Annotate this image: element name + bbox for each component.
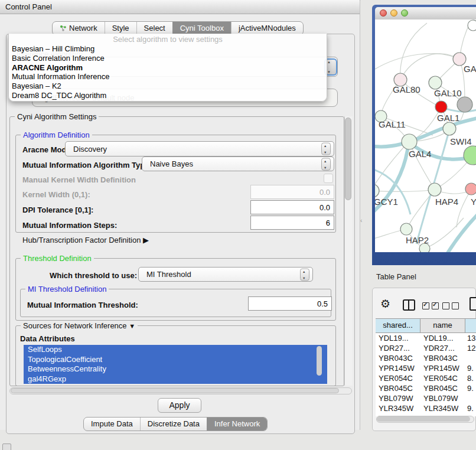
table-body: YDL19...YDL19...13YDR27...YDR27...12YBR0… [376,333,476,416]
settings-vertical-scrollbar-thumb[interactable] [345,118,351,200]
dropdown-item[interactable]: Mutual Information Inference [9,72,327,81]
tab-style[interactable]: Style [105,22,136,35]
attribute-list-item[interactable]: BetweennessCentrality [24,364,327,374]
kernel-width-field[interactable] [250,185,334,199]
settings-horizontal-scrollbar-thumb[interactable] [11,388,339,393]
deselect-all-checkboxes-icon[interactable] [442,302,459,309]
apply-button[interactable]: Apply [158,398,201,413]
network-canvas[interactable]: GALGAL80GAL10GAL1GAL11SWI4GAL4GCY1HAP4YH… [375,19,476,252]
stepper-icon[interactable] [300,268,309,281]
threshold-definition-title: Threshold Definition [21,254,94,263]
tab-impute-data[interactable]: Impute Data [84,418,140,431]
stepper-icon[interactable] [321,143,331,155]
mi-threshold-field[interactable] [248,296,332,311]
tab-jactivemnodules[interactable]: jActiveMNodules [231,22,303,35]
dropdown-item[interactable]: ARACNE Algorithm [9,63,327,73]
table-row[interactable]: YLR345WYLR345W9. [376,403,476,413]
manual-kernel-width-checkbox[interactable] [324,174,333,183]
algorithm-definition-title: Algorithm Definition [21,131,92,139]
node-hap2[interactable] [400,223,412,235]
node-hap4[interactable] [428,183,441,196]
collapse-right-icon[interactable]: ▶ [143,236,149,244]
node-salmon[interactable] [465,183,476,195]
tab-infer-network[interactable]: Infer Network [207,418,267,431]
table-panel-title: Table Panel [376,272,416,281]
table-cell: YER054C [376,373,420,383]
table-cell: 9. [465,403,476,413]
dropdown-item[interactable]: Bayesian – K2 [9,81,327,91]
select-all-checkboxes-icon[interactable] [422,302,439,309]
node-top[interactable] [468,20,476,31]
attribute-list-item[interactable]: TopologicalCoefficient [24,355,327,365]
document-icon[interactable] [470,297,476,311]
which-threshold-combobox[interactable]: MI Threshold [138,267,313,282]
node-label: GAL80 [393,84,420,94]
column-header-name[interactable]: name [420,319,465,332]
cyni-algorithm-settings-title: Cyni Algorithm Settings [15,112,99,121]
control-panel-title: Control Panel [5,2,52,11]
node-gal1[interactable] [443,122,456,135]
table-row[interactable]: YPR145WYPR145W9. [376,363,476,373]
mi-algorithm-type-combobox[interactable]: Naive Bayes [142,156,334,171]
mi-steps-label: Mutual Information Steps: [22,221,117,230]
table-cell: 9. [465,363,476,373]
table-cell: YDR27... [376,343,420,353]
gear-icon[interactable]: ⚙ [380,298,390,311]
attribute-list-item[interactable]: gal4RGexp [24,374,327,384]
mi-threshold-definition-title: MI Threshold Definition [25,285,109,294]
desktop: Control Panel ✕ Network Style Select Cyn… [0,0,476,450]
panel-splitter-handle[interactable]: ‹ [360,217,365,224]
tab-discretize-data[interactable]: Discretize Data [140,418,207,431]
table-row[interactable]: YBR043CYBR043C [376,353,476,363]
table-cell: 9. [465,383,476,393]
node-gcy1[interactable] [375,184,379,197]
dpi-tolerance-field[interactable] [250,200,334,214]
node-red[interactable] [435,101,447,113]
expand-down-icon[interactable]: ▼ [129,322,135,330]
tab-network[interactable]: Network [53,22,105,35]
node-label: HAP2 [406,235,429,245]
hub-definition-expander[interactable]: Hub/Transcription Factor Definition ▶ [22,236,149,244]
mac-minimize-icon[interactable] [390,9,397,17]
node-swi4[interactable] [464,146,476,165]
mac-zoom-icon[interactable] [401,9,408,17]
table-row[interactable]: YER054CYER054C8. [376,373,476,383]
node-label: GAL11 [379,119,406,129]
tab-cyni-toolbox[interactable]: Cyni Toolbox [172,22,231,35]
data-attributes-list[interactable]: SelfLoopsTopologicalCoefficientBetweenne… [24,345,327,384]
dropdown-item[interactable]: Basic Correlation Inference [9,54,327,63]
dropdown-item[interactable]: Dream8 DC_TDC Algorithm [9,91,327,100]
mi-steps-field[interactable] [250,216,334,230]
table-horizontal-scrollbar-thumb[interactable] [377,416,470,422]
node-label: HAP4 [435,197,458,207]
data-attributes-label: Data Attributes [20,334,75,343]
table-cell: YBR043C [420,353,465,363]
table-cell: 12 [465,343,476,353]
column-header-shared[interactable]: shared... [376,319,420,332]
columns-icon[interactable] [403,299,415,311]
column-header-partial[interactable] [465,319,476,332]
aracne-mode-combobox[interactable]: Discovery [65,141,334,156]
network-icon [60,22,67,29]
table-row[interactable]: YDL19...YDL19...13 [376,333,476,343]
table-header-row: shared... name [376,318,476,333]
table-row[interactable]: YBR045CYBR045C9. [376,383,476,393]
cyni-bottom-tabbar: Impute Data Discretize Data Infer Networ… [83,417,268,431]
attribute-list-item[interactable]: SelfLoops [24,345,327,355]
table-row[interactable]: YDR27...YDR27...12 [376,343,476,353]
mac-close-icon[interactable] [380,9,387,17]
node-label: GAL [464,64,476,74]
stepper-icon[interactable] [321,158,331,170]
collapsed-panel-chip[interactable] [2,444,11,450]
node-label: GAL10 [434,88,462,98]
which-threshold-label: Which threshold to use: [50,271,137,280]
attr-list-scrollbar[interactable] [317,346,322,376]
node-gal10[interactable] [429,76,442,89]
table-cell: YBR045C [420,383,465,393]
node-gal4[interactable] [402,134,417,149]
dropdown-item[interactable]: Bayesian – Hill Climbing [9,44,327,54]
table-row[interactable]: YBL079WYBL079W [376,393,476,403]
node-gray[interactable] [457,97,472,112]
manual-kernel-width-label: Manual Kernel Width Definition [22,175,136,184]
tab-select[interactable]: Select [136,22,172,35]
